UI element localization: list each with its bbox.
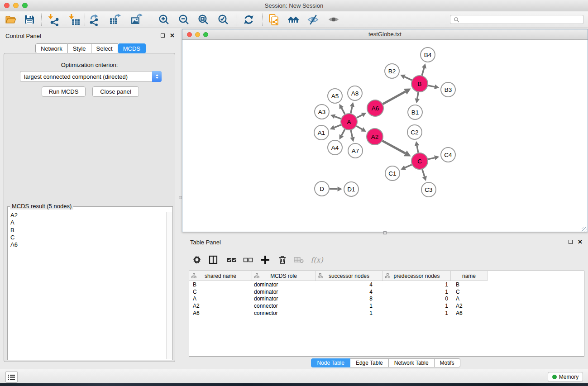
select-all-icon[interactable] — [225, 253, 238, 266]
float-panel-icon[interactable] — [161, 33, 165, 38]
graph-edge-B-B4[interactable] — [422, 68, 424, 75]
tab-select[interactable]: Select — [91, 43, 118, 53]
graph-edge-A-A1[interactable] — [334, 125, 341, 128]
tab-motifs[interactable]: Motifs — [435, 358, 460, 367]
network-canvas[interactable]: B4B2BB3A5A8A6B1A3AA1A2C2A4A7C4CC1C3DD1 — [182, 40, 588, 232]
graph-edge-C-C1[interactable] — [405, 165, 412, 168]
tab-edge-table[interactable]: Edge Table — [350, 358, 389, 367]
network-close-button[interactable] — [187, 32, 192, 37]
column-header[interactable]: name — [451, 271, 488, 281]
close-table-panel-icon[interactable]: ✕ — [578, 240, 583, 244]
table-cell: 1 — [383, 289, 451, 295]
run-mcds-button[interactable]: Run MCDS — [42, 86, 86, 97]
column-header[interactable]: predecessor nodes — [383, 271, 451, 281]
toolbar-separator — [236, 14, 236, 26]
column-header[interactable]: MCDS role — [252, 271, 316, 281]
delete-column-icon[interactable] — [276, 253, 289, 266]
export-table-icon[interactable] — [109, 13, 121, 26]
import-table-icon[interactable] — [68, 13, 81, 26]
graph-edge-arrowhead — [350, 102, 355, 107]
table-row[interactable]: Bdominator41B — [189, 281, 584, 288]
graph-edge-A-A4[interactable] — [342, 129, 345, 136]
graph-edge-A-A5[interactable] — [342, 108, 345, 114]
save-session-icon[interactable] — [23, 13, 36, 26]
result-item[interactable]: A6 — [8, 241, 166, 248]
graph-edge-A6-B[interactable] — [383, 91, 406, 104]
close-panel-button[interactable]: Close panel — [92, 86, 139, 97]
add-column-icon[interactable] — [259, 253, 272, 266]
export-image-icon[interactable] — [130, 13, 143, 26]
table-cell: 1 — [383, 310, 451, 316]
graph-edge-A-A3[interactable] — [335, 116, 341, 119]
graph-edge-A-A2[interactable] — [356, 126, 362, 129]
graph-edge-arrowhead — [434, 85, 439, 90]
tab-style[interactable]: Style — [68, 43, 91, 53]
result-item[interactable]: A2 — [8, 212, 166, 219]
tab-network-table[interactable]: Network Table — [389, 358, 435, 367]
home-icon[interactable] — [287, 13, 300, 26]
resize-handle-bottom[interactable] — [383, 231, 387, 234]
table-settings-icon[interactable] — [191, 253, 203, 266]
close-window-button[interactable] — [4, 3, 10, 8]
graph-edge-A-A8[interactable] — [351, 107, 352, 114]
task-history-button[interactable] — [5, 371, 18, 383]
zoom-fit-icon[interactable] — [197, 13, 210, 26]
network-zoom-button[interactable] — [203, 32, 208, 37]
show-columns-icon[interactable] — [207, 253, 220, 266]
memory-button[interactable]: Memory — [548, 372, 583, 382]
resize-grip[interactable] — [582, 227, 587, 232]
dropdown-value: largest connected component (directed) — [24, 73, 128, 80]
tab-mcds[interactable]: MCDS — [118, 43, 146, 53]
graph-node-label: A8 — [351, 90, 359, 97]
result-item[interactable]: A — [8, 219, 166, 226]
minimize-window-button[interactable] — [13, 3, 19, 8]
graph-node-label: C3 — [425, 186, 432, 193]
import-network-icon[interactable] — [47, 13, 60, 26]
search-icon — [454, 17, 459, 23]
result-item[interactable]: B — [8, 227, 166, 234]
network-window-titlebar[interactable]: testGlobe.txt — [182, 29, 588, 40]
export-network-icon[interactable] — [88, 13, 100, 26]
zoom-in-icon[interactable] — [158, 13, 170, 26]
function-builder-icon[interactable]: f(x) — [311, 253, 323, 266]
network-minimize-button[interactable] — [195, 32, 200, 37]
zoom-window-button[interactable] — [22, 3, 28, 8]
show-details-icon[interactable] — [327, 13, 340, 26]
graph-edge-A2-C[interactable] — [382, 141, 406, 153]
table-cell: B — [189, 281, 252, 288]
column-header[interactable]: shared name — [189, 271, 252, 281]
graph-edge-B-B2[interactable] — [405, 77, 412, 80]
column-header[interactable]: successor nodes — [316, 271, 383, 281]
window-title: Session: New Session — [0, 0, 588, 11]
tab-network[interactable]: Network — [35, 43, 68, 53]
zoom-selected-icon[interactable] — [217, 13, 229, 26]
open-session-icon[interactable] — [4, 13, 17, 26]
refresh-icon[interactable] — [242, 13, 255, 26]
graph-edge-C-C3[interactable] — [422, 169, 425, 176]
deselect-all-icon[interactable] — [242, 253, 254, 266]
mcds-result-list[interactable]: A2ABCA6 — [8, 212, 166, 359]
graph-edge-A-A7[interactable] — [351, 130, 352, 138]
result-item[interactable]: C — [8, 234, 166, 241]
table-row[interactable]: A2connector11A2 — [189, 302, 584, 310]
search-input[interactable] — [450, 15, 584, 24]
delete-table-icon[interactable] — [292, 253, 305, 266]
graph-edge-A-A6[interactable] — [357, 115, 362, 118]
float-table-panel-icon[interactable] — [569, 240, 573, 244]
clone-network-icon[interactable] — [268, 13, 280, 26]
resize-handle-left[interactable] — [179, 196, 182, 199]
graph-edge-C-C2[interactable] — [417, 146, 418, 152]
optimization-criterion-dropdown[interactable]: largest connected component (directed) — [20, 71, 162, 82]
result-scrollbar[interactable] — [166, 212, 172, 359]
tab-node-table[interactable]: Node Table — [311, 358, 350, 367]
table-header-row: shared name MCDS role successor nodes pr… — [189, 271, 584, 281]
graph-edge-B-B1[interactable] — [417, 92, 418, 99]
table-row[interactable]: A6connector11A6 — [189, 310, 584, 317]
table-row[interactable]: Cdominator41C — [189, 288, 584, 295]
hide-details-icon[interactable] — [306, 13, 319, 26]
graph-edge-C-C4[interactable] — [428, 158, 435, 159]
table-row[interactable]: Adominator80A — [189, 295, 584, 303]
zoom-out-icon[interactable] — [177, 13, 190, 26]
close-panel-icon[interactable]: ✕ — [170, 33, 175, 38]
graph-edge-B-B3[interactable] — [428, 86, 435, 87]
